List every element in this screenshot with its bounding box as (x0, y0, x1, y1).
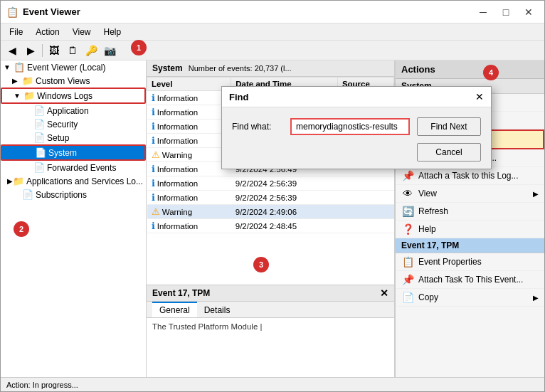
level-text: Information (157, 194, 199, 202)
action-help-label: Help (418, 224, 436, 234)
copy-icon: 📄 (401, 292, 414, 303)
toolbar-btn-2[interactable]: 🗒 (64, 43, 81, 58)
menu-action[interactable]: Action (30, 26, 65, 38)
tree-label-customviews: Custom Views (36, 76, 90, 86)
tree-label-eventviewer: Event Viewer (Local) (27, 63, 106, 73)
menu-view[interactable]: View (67, 26, 97, 38)
tab-general[interactable]: General (152, 302, 197, 317)
cell-source (337, 205, 393, 219)
cell-level: ℹ Information (147, 91, 231, 105)
maximize-button[interactable]: □ (496, 4, 516, 20)
log-name: System (152, 63, 183, 73)
action-attachtask[interactable]: 📌 Attach a Task to this Log... (396, 167, 544, 185)
tree-panel: ▼ 📋 Event Viewer (Local) ▶ 📁 Custom View… (1, 60, 147, 377)
action-view[interactable]: 👁 View ▶ (396, 185, 544, 203)
event-count: Number of events: 20,737 (l... (189, 64, 292, 73)
table-row[interactable]: ⚠ Warning 9/2/2024 2:49:06 (147, 205, 394, 219)
minimize-button[interactable]: ─ (473, 4, 493, 20)
expand-arrow: ▼ (14, 92, 23, 100)
level-text: Information (157, 94, 199, 102)
tab-details[interactable]: Details (197, 302, 238, 317)
cell-level: ℹ Information (147, 120, 231, 134)
cell-level: ℹ Information (147, 105, 231, 120)
forward-button[interactable]: ▶ (22, 43, 39, 58)
event-detail-close[interactable]: ✕ (380, 287, 388, 299)
col-level[interactable]: Level (147, 78, 231, 91)
event-detail-title: Event 17, TPM (152, 288, 210, 298)
cell-date: 9/2/2024 2:56:39 (231, 191, 338, 205)
level-text: Information (157, 122, 199, 131)
application-icon: 📄 (33, 105, 45, 116)
appservices-icon: 📁 (13, 176, 24, 186)
cancel-button[interactable]: Cancel (417, 143, 481, 161)
status-text: Action: In progress... (6, 381, 78, 389)
find-what-input[interactable] (290, 118, 410, 135)
tree-item-security[interactable]: 📄 Security (1, 117, 146, 131)
cell-level: ℹ Information (147, 134, 231, 148)
window-controls: ─ □ ✕ (473, 4, 539, 20)
tree-item-customviews[interactable]: ▶ 📁 Custom Views (1, 74, 146, 88)
annotation-4: 4 (483, 65, 499, 80)
table-row[interactable]: ℹ Information 9/2/2024 2:56:39 (147, 176, 394, 191)
tree-item-application[interactable]: 📄 Application (1, 104, 146, 117)
action-attachtask-label: Attach a Task to this Log... (418, 171, 519, 181)
copy-arrow: ▶ (533, 294, 539, 302)
expand-arrow: ▶ (12, 77, 22, 85)
toolbar-btn-4[interactable]: 📷 (101, 43, 118, 58)
tree-item-eventviewer[interactable]: ▼ 📋 Event Viewer (Local) (1, 60, 146, 74)
action-refresh[interactable]: 🔄 Refresh (396, 203, 544, 221)
find-dialog-title: Find ✕ (222, 87, 491, 107)
refresh-icon: 🔄 (401, 206, 414, 217)
menu-help[interactable]: Help (98, 26, 127, 38)
level-text: Information (157, 108, 199, 117)
table-row[interactable]: ℹ Information 9/2/2024 2:48:45 (147, 219, 394, 233)
subscriptions-icon: 📄 (22, 189, 33, 200)
security-icon: 📄 (33, 119, 45, 129)
table-row[interactable]: ℹ Information 9/2/2024 2:56:39 (147, 191, 394, 205)
cell-level: ℹ Information (147, 162, 231, 176)
tree-item-windowslogs[interactable]: ▼ 📁 Windows Logs (1, 88, 146, 104)
view-icon: 👁 (401, 188, 414, 199)
tree-label-subscriptions: Subscriptions (36, 190, 87, 200)
action-help[interactable]: ❓ Help (396, 221, 544, 238)
find-cancel-row: Cancel (232, 143, 481, 161)
tree-item-setup[interactable]: 📄 Setup (1, 131, 146, 144)
tree-item-appservices[interactable]: ▶ 📁 Applications and Services Lo... (1, 174, 146, 188)
tree-item-subscriptions[interactable]: 📄 Subscriptions (1, 188, 146, 201)
tree-label-system: System (48, 148, 77, 158)
level-icon: ℹ (152, 178, 155, 189)
action-eventprops[interactable]: 📋 Event Properties (396, 253, 544, 271)
customviews-icon: 📁 (22, 75, 33, 86)
back-button[interactable]: ◀ (4, 43, 21, 58)
toolbar-btn-1[interactable]: 🖼 (46, 43, 63, 58)
find-close-button[interactable]: ✕ (475, 91, 484, 102)
level-text: Warning (162, 208, 192, 216)
level-icon: ℹ (152, 135, 155, 146)
toolbar-separator (42, 44, 43, 57)
title-bar: 📋 Event Viewer ─ □ ✕ (1, 1, 544, 23)
level-icon: ℹ (152, 221, 155, 231)
event-detail-tabs: General Details (147, 302, 394, 318)
menu-file[interactable]: File (4, 26, 28, 38)
cell-level: ℹ Information (147, 191, 231, 205)
help-icon: ❓ (401, 223, 414, 235)
cell-source (337, 191, 393, 205)
action-copy[interactable]: 📄 Copy ▶ (396, 289, 544, 307)
action-attachtaskevent-label: Attach Task To This Event... (418, 275, 523, 285)
tree-item-forwardedevents[interactable]: 📄 Forwarded Events (1, 161, 146, 174)
level-text: Information (157, 137, 199, 145)
log-header: System Number of events: 20,737 (l... (147, 60, 394, 77)
tree-item-system[interactable]: 📄 System (1, 144, 146, 161)
close-button[interactable]: ✕ (519, 4, 539, 20)
find-dialog: Find ✕ Find what: Find Next Cancel (221, 86, 492, 169)
annotation-1: 1 (131, 40, 147, 55)
window-title: Event Viewer (23, 6, 469, 17)
toolbar-btn-3[interactable]: 🔑 (83, 43, 100, 58)
tree-label-forwardedevents: Forwarded Events (47, 163, 116, 173)
action-attachtaskevent[interactable]: 📌 Attach Task To This Event... (396, 271, 544, 289)
action-refresh-label: Refresh (418, 206, 448, 216)
windowslogs-icon: 📁 (23, 90, 35, 101)
tree-label-appservices: Applications and Services Lo... (26, 176, 143, 186)
eventviewer-icon: 📋 (14, 62, 25, 73)
find-next-button[interactable]: Find Next (417, 117, 481, 136)
